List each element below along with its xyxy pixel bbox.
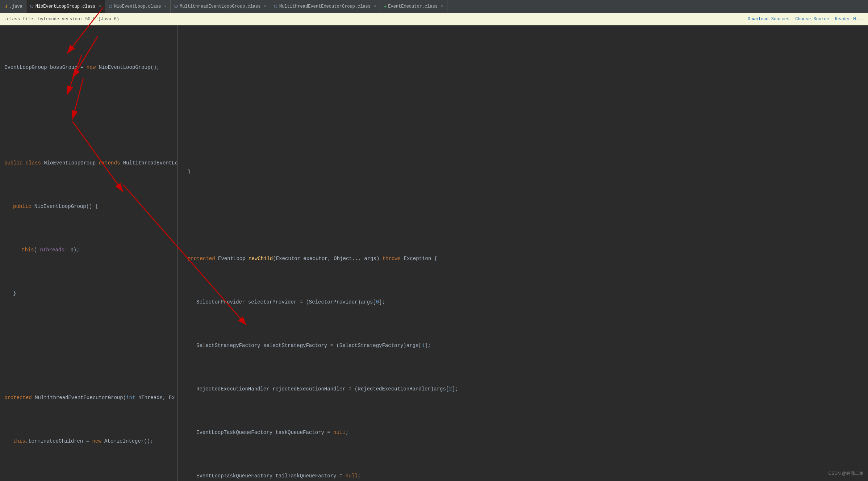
left-code-area[interactable]: EventLoopGroup bossGroup = new NioEventL…: [0, 25, 177, 481]
right-code-area[interactable]: } protected EventLoop newChild(Executor …: [178, 25, 868, 481]
right-pane: } protected EventLoop newChild(Executor …: [178, 25, 868, 481]
code-line-protected: protected MultithreadEventExecutorGroup(…: [0, 393, 177, 402]
tab-multithreadeventexecutorgroup-close[interactable]: ×: [374, 4, 376, 9]
tab-nioeventloop-label: NioEventLoop.class: [114, 4, 161, 9]
tab-bar: J .java ⬡ NioEventLoopGroup.class × ⬡ Ni…: [0, 0, 868, 13]
watermark: CSDN @叫我二笙: [828, 470, 864, 477]
code-line-1: EventLoopGroup bossGroup = new NioEventL…: [0, 63, 177, 72]
info-bar-right: Download Sources Choose Source Reader M.…: [748, 17, 864, 22]
reader-mode-link[interactable]: Reader M...: [835, 17, 864, 22]
java-icon: J: [5, 4, 8, 9]
class-icon-3: ⬡: [174, 4, 178, 9]
left-pane: EventLoopGroup bossGroup = new NioEventL…: [0, 25, 178, 481]
code-line-blank1: [0, 106, 177, 124]
choose-source-link[interactable]: Choose Source: [795, 17, 829, 22]
interface-icon: ◈: [384, 4, 387, 9]
tab-multithreadeventloopgroup-label: MultithreadEventLoopGroup.class: [180, 4, 260, 9]
tab-multithreadeventloopgroup[interactable]: ⬡ MultithreadEventLoopGroup.class ×: [171, 0, 270, 13]
class-icon-4: ⬡: [274, 4, 277, 9]
right-line-brace0: }: [183, 167, 868, 176]
right-line-selectstrategy: SelectStrategyFactory selectStrategyFact…: [183, 341, 868, 350]
right-blank1: [183, 211, 868, 219]
main-content: EventLoopGroup bossGroup = new NioEventL…: [0, 25, 868, 481]
class-icon-1: ⬡: [30, 4, 34, 9]
tab-multithreadeventexecutorgroup[interactable]: ⬡ MultithreadEventExecutorGroup.class ×: [270, 0, 380, 13]
tab-multithreadeventloopgroup-close[interactable]: ×: [264, 4, 266, 9]
right-line-taskqueue: EventLoopTaskQueueFactory taskQueueFacto…: [183, 428, 868, 437]
tab-eventexecutor-label: EventExecutor.class: [388, 4, 438, 9]
right-line-tailtaskqueue: EventLoopTaskQueueFactory tailTaskQueueF…: [183, 472, 868, 480]
tab-nioeventloop[interactable]: ⬡ NioEventLoop.class ×: [105, 0, 171, 13]
code-line-terminated: this.terminatedChildren = new AtomicInte…: [0, 437, 177, 446]
code-line-brace1: }: [0, 289, 177, 298]
tab-nioeventloopgroup[interactable]: ⬡ NioEventLoopGroup.class ×: [26, 0, 105, 13]
tab-nioeventloopgroup-close[interactable]: ×: [99, 4, 101, 9]
tab-eventexecutor[interactable]: ◈ EventExecutor.class ×: [380, 0, 447, 13]
download-sources-link[interactable]: Download Sources: [748, 17, 789, 22]
tab-java[interactable]: J .java: [1, 0, 26, 13]
code-line-class: public class NioEventLoopGroup extends M…: [0, 159, 177, 167]
tab-eventexecutor-close[interactable]: ×: [441, 4, 443, 9]
right-line-selectorprovider: SelectorProvider selectorProvider = (Sel…: [183, 298, 868, 306]
info-bar: .class file, bytecode version: 50.0 (Jav…: [0, 13, 868, 25]
class-icon-2: ⬡: [109, 4, 112, 9]
code-line-this: this( nThreads: 0);: [0, 246, 177, 254]
tab-java-label: .java: [9, 4, 22, 9]
tab-nioeventloop-close[interactable]: ×: [164, 4, 167, 9]
code-line-constructor: public NioEventLoopGroup() {: [0, 202, 177, 211]
right-line-newchild: protected EventLoop newChild(Executor ex…: [183, 254, 868, 263]
tab-nioeventloopgroup-label: NioEventLoopGroup.class: [36, 4, 96, 9]
code-line-blank2: [0, 332, 177, 359]
right-blank-top: [183, 63, 868, 133]
info-bar-left: .class file, bytecode version: 50.0 (Jav…: [4, 17, 119, 22]
right-line-rejected: RejectedExecutionHandler rejectedExecuti…: [183, 385, 868, 393]
tab-multithreadeventexecutorgroup-label: MultithreadEventExecutorGroup.class: [279, 4, 371, 9]
info-text: .class file, bytecode version: 50.0 (Jav…: [4, 17, 119, 22]
